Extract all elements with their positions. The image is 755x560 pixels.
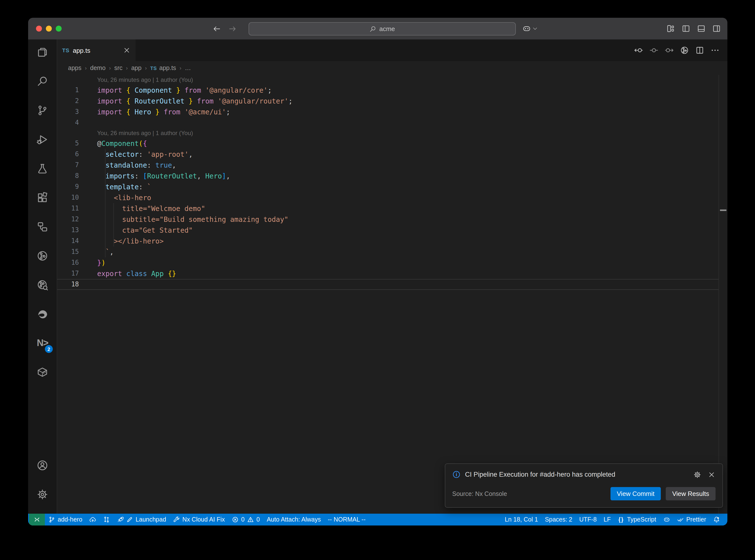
status-eol[interactable]: LF: [600, 514, 614, 525]
token: ]: [222, 172, 226, 180]
code-line-8[interactable]: 8 imports: [RouterOutlet, Hero],: [57, 171, 719, 181]
activity-bar: N>2: [28, 39, 57, 514]
previous-change-icon[interactable]: [634, 46, 643, 55]
breadcrumb-item[interactable]: app: [131, 65, 141, 72]
copilot-menu[interactable]: [522, 18, 538, 39]
close-window-button[interactable]: [36, 26, 42, 32]
status-indentation[interactable]: Spaces: 2: [541, 514, 576, 525]
code-line-3[interactable]: 3import { Hero } from '@acme/ui';: [57, 106, 719, 117]
breadcrumb-file[interactable]: TSapp.ts: [150, 65, 176, 72]
notification-close-icon[interactable]: [708, 471, 716, 478]
token: selector: [105, 151, 139, 158]
status-cursor-position[interactable]: Ln 18, Col 1: [501, 514, 541, 525]
layout-sidebar-left-icon[interactable]: [681, 24, 690, 33]
breadcrumb-item[interactable]: apps: [68, 65, 81, 72]
code-line-7[interactable]: 7 standalone: true,: [57, 160, 719, 171]
activity-item-extensions[interactable]: [31, 188, 54, 207]
navigate-back-icon[interactable]: [213, 24, 221, 33]
activity-item-settings[interactable]: [31, 485, 54, 504]
code-line-9[interactable]: 9 template: `: [57, 181, 719, 192]
zoom-window-button[interactable]: [56, 26, 62, 32]
code-editor[interactable]: You, 26 minutes ago | 1 author (You)1imp…: [57, 75, 728, 514]
next-change-icon[interactable]: [665, 46, 674, 55]
notification-source: Source: Nx Console: [452, 490, 507, 497]
status-publish-changes[interactable]: [86, 514, 100, 525]
code-line-17[interactable]: 17export class App {}: [57, 268, 719, 279]
scrollbar[interactable]: [718, 75, 728, 514]
activity-item-testing[interactable]: [31, 159, 54, 178]
status-copilot-status[interactable]: [660, 514, 673, 525]
code-line-1[interactable]: 1import { Component } from '@angular/cor…: [57, 85, 719, 96]
activity-item-search[interactable]: [31, 72, 54, 91]
code-line-13[interactable]: 13 cta="Get Started": [57, 225, 719, 236]
window-controls: [36, 18, 62, 39]
status-label: TypeScript: [627, 516, 656, 523]
tab-app-ts[interactable]: TS app.ts: [57, 39, 136, 61]
status-git-compare[interactable]: [100, 514, 114, 525]
activity-item-pull-requests[interactable]: [31, 246, 54, 266]
activity-item-accounts[interactable]: [31, 456, 54, 475]
code-line-15[interactable]: 15 `,: [57, 246, 719, 257]
status-nx-cloud-ai-fix[interactable]: Nx Cloud AI Fix: [170, 514, 228, 525]
layout-panel-icon[interactable]: [697, 24, 706, 33]
layout-sidebar-right-icon[interactable]: [712, 24, 721, 33]
activity-item-project-graph[interactable]: [31, 217, 54, 237]
view-commit-button[interactable]: View Commit: [611, 487, 661, 500]
status-prettier[interactable]: Prettier: [673, 514, 710, 525]
command-center-search[interactable]: acme: [249, 22, 516, 36]
activity-item-run-and-debug[interactable]: [31, 129, 54, 149]
more-actions-icon[interactable]: [711, 46, 719, 55]
view-results-button[interactable]: View Results: [666, 487, 716, 500]
close-tab-icon[interactable]: [123, 46, 131, 54]
line-number: 10: [57, 192, 79, 203]
code-line-11[interactable]: 11 title="Welcmoe demo": [57, 203, 719, 214]
token: [122, 269, 126, 278]
status-remote-indicator[interactable]: [29, 514, 45, 525]
activity-item-gitlens[interactable]: [31, 275, 54, 295]
activity-item-edge-devtools[interactable]: [31, 304, 54, 324]
activity-item-nx-console[interactable]: N>2: [31, 333, 54, 353]
code-line-6[interactable]: 6 selector: 'app-root',: [57, 149, 719, 160]
breadcrumb-item[interactable]: src: [114, 65, 122, 72]
status-auto-attach[interactable]: Auto Attach: Always: [263, 514, 324, 525]
status-language-mode[interactable]: {}TypeScript: [614, 514, 660, 525]
warning-icon: [247, 516, 254, 523]
workbench: N>2 TS app.ts apps›demo›src›app›TSapp.ts…: [28, 39, 728, 514]
activity-item-explorer[interactable]: [31, 42, 54, 62]
status-git-branch[interactable]: add-hero: [45, 514, 86, 525]
code-line-4[interactable]: 4: [57, 117, 719, 128]
breadcrumb-item[interactable]: demo: [90, 65, 106, 72]
notification-settings-gear-icon[interactable]: [693, 471, 701, 478]
status-vim-mode[interactable]: -- NORMAL --: [324, 514, 369, 525]
open-change-icon[interactable]: [650, 46, 658, 55]
token: true: [155, 161, 172, 169]
code-line-10[interactable]: 10 <lib-hero: [57, 192, 719, 203]
tab-label: app.ts: [73, 46, 90, 54]
token: [201, 172, 205, 180]
braces-icon: {}: [618, 516, 624, 523]
open-in-graph-icon[interactable]: [680, 46, 689, 55]
breadcrumb-symbol[interactable]: …: [185, 65, 191, 72]
code-line-5[interactable]: 5@Component({: [57, 138, 719, 149]
token: [131, 86, 135, 94]
code-line-12[interactable]: 12 subtitle="Build something amazing tod…: [57, 214, 719, 225]
status-launchpad[interactable]: Launchpad: [114, 514, 170, 525]
status-encoding[interactable]: UTF-8: [576, 514, 600, 525]
code-line-14[interactable]: 14 ></lib-hero>: [57, 236, 719, 246]
activity-item-containers[interactable]: [31, 362, 54, 382]
customize-layout-icon[interactable]: [666, 24, 675, 33]
bell-dot-icon: [713, 516, 720, 523]
code-line-2[interactable]: 2import { RouterOutlet } from '@angular/…: [57, 96, 719, 106]
code-line-18[interactable]: 18: [57, 279, 719, 290]
token: }: [155, 108, 160, 116]
split-editor-icon[interactable]: [695, 46, 704, 55]
minimize-window-button[interactable]: [46, 26, 52, 32]
activity-item-source-control[interactable]: [31, 101, 54, 120]
navigate-forward-icon[interactable]: [228, 24, 237, 33]
status-notifications-bell[interactable]: [710, 514, 723, 525]
line-number: 5: [57, 138, 79, 149]
status-problems[interactable]: 00: [228, 514, 263, 525]
chevron-down-icon: [532, 26, 538, 32]
token: [97, 161, 105, 169]
code-line-16[interactable]: 16}): [57, 257, 719, 268]
